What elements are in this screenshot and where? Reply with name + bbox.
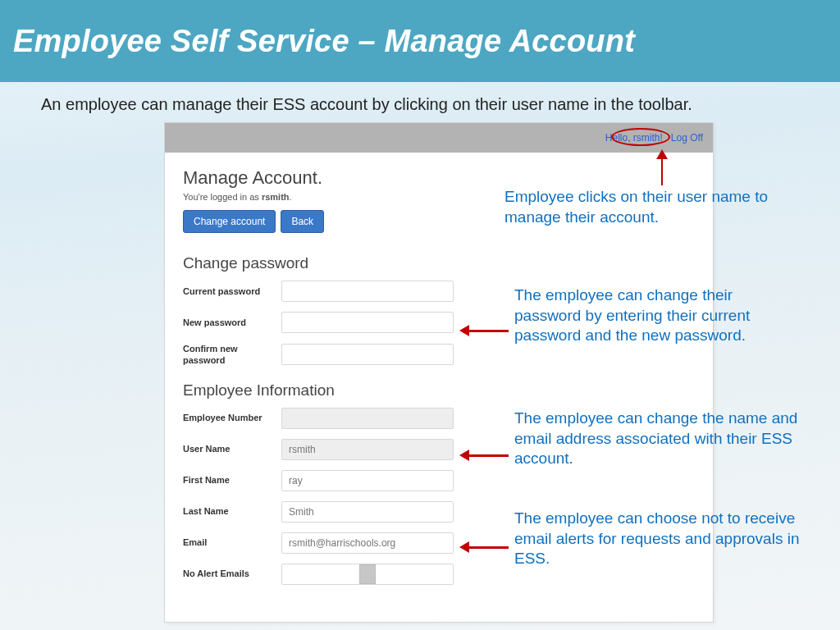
confirm-password-input[interactable]	[281, 344, 454, 365]
section-employee-info: Employee Information	[183, 381, 695, 399]
row-confirm-password: Confirm new password	[183, 343, 695, 367]
logoff-link[interactable]: Log Off	[671, 132, 703, 144]
user-name-input	[281, 439, 454, 460]
change-account-button[interactable]: Change account	[183, 210, 276, 233]
section-change-password: Change password	[183, 254, 695, 272]
callout-3: The employee can change the name and ema…	[514, 409, 801, 469]
logged-in-prefix: You're logged in as	[183, 192, 262, 202]
current-password-input[interactable]	[281, 281, 454, 302]
new-password-input[interactable]	[281, 312, 454, 333]
back-button[interactable]: Back	[281, 210, 324, 233]
label-user-name: User Name	[183, 443, 281, 454]
label-first-name: First Name	[183, 474, 281, 486]
callout-1: Employee clicks on their user name to ma…	[504, 187, 792, 227]
employee-number-input	[281, 408, 454, 429]
slide-title: Employee Self Service – Manage Account	[13, 24, 635, 59]
row-first-name: First Name	[183, 470, 695, 491]
label-current-password: Current password	[183, 285, 281, 297]
label-last-name: Last Name	[183, 505, 281, 517]
first-name-input[interactable]	[281, 470, 454, 491]
page-heading: Manage Account.	[183, 167, 695, 189]
last-name-input[interactable]	[281, 501, 454, 523]
email-input[interactable]	[281, 532, 454, 554]
slide-intro-text: An employee can manage their ESS account…	[41, 95, 799, 114]
hello-user-link[interactable]: Hello, rsmith!	[605, 132, 663, 144]
label-no-alert: No Alert Emails	[183, 568, 281, 579]
logged-in-suffix: .	[290, 192, 292, 202]
app-topbar: Hello, rsmith! Log Off	[165, 123, 713, 153]
label-employee-number: Employee Number	[183, 412, 281, 423]
no-alert-toggle[interactable]	[281, 564, 454, 585]
label-confirm-password: Confirm new password	[183, 343, 281, 367]
slide-title-bar: Employee Self Service – Manage Account	[0, 0, 840, 82]
callout-2: The employee can change their password b…	[514, 285, 801, 346]
toggle-thumb	[359, 564, 376, 584]
label-email: Email	[183, 536, 281, 548]
logged-in-user: rsmith	[262, 192, 290, 202]
label-new-password: New password	[183, 317, 281, 328]
callout-4: The employee can choose not to receive e…	[514, 509, 801, 569]
